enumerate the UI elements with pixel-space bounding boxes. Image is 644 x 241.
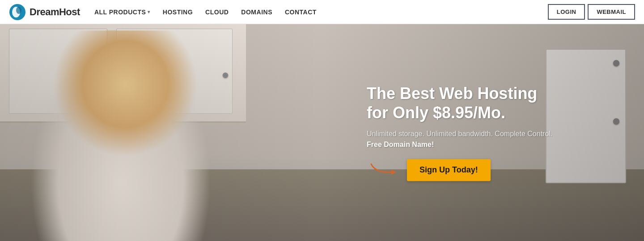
logo-text: DreamHost — [30, 6, 80, 18]
logo[interactable]: DreamHost — [9, 4, 80, 21]
nav-item-all-products[interactable]: ALL PRODUCTS ▾ — [94, 9, 150, 16]
webmail-button[interactable]: WEBMAIL — [588, 4, 635, 20]
hero-title: The Best Web Hosting for Only $8.95/Mo. — [367, 84, 555, 122]
curved-arrow-icon — [367, 159, 402, 179]
hero-subtitle: Unlimited storage. Unlimited bandwidth. … — [367, 129, 555, 151]
dropdown-arrow-icon: ▾ — [148, 9, 150, 14]
svg-marker-3 — [391, 169, 396, 175]
login-button[interactable]: LOGIN — [548, 4, 585, 20]
main-nav: ALL PRODUCTS ▾ HOSTING CLOUD DOMAINS CON… — [94, 9, 317, 16]
hero-content: The Best Web Hosting for Only $8.95/Mo. … — [367, 84, 555, 181]
logo-icon — [9, 4, 26, 21]
header-left: DreamHost ALL PRODUCTS ▾ HOSTING CLOUD D… — [9, 4, 317, 21]
svg-point-2 — [16, 7, 21, 14]
header: DreamHost ALL PRODUCTS ▾ HOSTING CLOUD D… — [0, 0, 644, 24]
nav-item-domains[interactable]: DOMAINS — [241, 9, 272, 16]
nav-item-cloud[interactable]: CLOUD — [205, 9, 229, 16]
cta-row: Sign Up Today! — [367, 159, 555, 181]
nav-item-contact[interactable]: CONTACT — [285, 9, 317, 16]
nav-item-hosting[interactable]: HOSTING — [163, 9, 193, 16]
hero-section: The Best Web Hosting for Only $8.95/Mo. … — [0, 24, 644, 241]
header-right: LOGIN WEBMAIL — [548, 4, 635, 20]
arrow-decoration — [367, 159, 402, 181]
signup-button[interactable]: Sign Up Today! — [407, 159, 491, 181]
